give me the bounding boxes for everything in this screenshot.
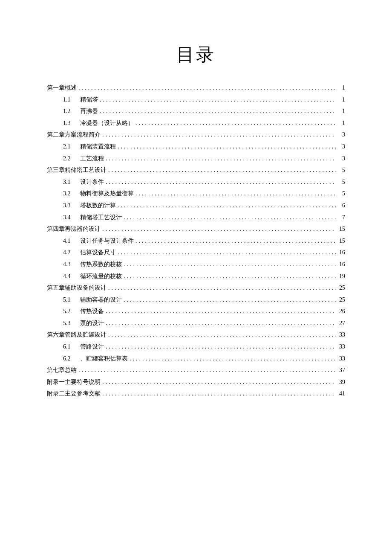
toc-entry: 5.3泵的设计27 (47, 319, 345, 328)
toc-leader-dots (100, 107, 336, 116)
toc-entry-text: 设计条件 (80, 178, 104, 186)
toc-leader-dots (118, 142, 336, 151)
toc-entry-number: 3.2 (63, 189, 75, 198)
toc-entry-text: 精储装置流程 (80, 142, 116, 151)
toc-entry-text: 管路设计 (80, 343, 104, 351)
toc-entry: 2.1精储装置流程3 (47, 142, 345, 151)
toc-leader-dots (106, 178, 336, 186)
toc-leader-dots (102, 131, 336, 139)
toc-entry-page: 5 (337, 166, 345, 174)
toc-entry-page: 16 (337, 248, 345, 257)
toc-entry-page: 19 (337, 272, 345, 281)
toc-leader-dots (78, 84, 336, 92)
toc-leader-dots (106, 319, 336, 328)
toc-entry: 第二章方案流程简介3 (47, 131, 345, 139)
page-title: 目录 (47, 43, 345, 67)
toc-entry-page: 37 (337, 366, 345, 375)
toc-entry-page: 3 (337, 142, 345, 151)
toc-leader-dots (108, 284, 336, 292)
toc-entry-text: 第五章辅助设备的设计 (47, 284, 107, 292)
toc-entry-text: 物料衡算及热量衡算 (80, 189, 134, 198)
toc-entry: 4.2估算设备尺寸16 (47, 248, 345, 257)
toc-leader-dots (135, 119, 336, 128)
toc-entry: 6.2、贮罐容积估算表33 (47, 355, 345, 363)
toc-entry-text: 附录二主要参考文献 (47, 389, 101, 398)
toc-entry-text: 第二章方案流程简介 (47, 131, 101, 139)
toc-entry-page: 15 (337, 225, 345, 233)
toc-entry: 第三章精储塔工艺设计5 (47, 166, 345, 174)
toc-entry: 第五章辅助设备的设计25 (47, 284, 345, 292)
toc-entry: 附录一主要符号说明39 (47, 378, 345, 386)
toc-entry-number: 6.2 (63, 355, 75, 363)
toc-entry-text: 估算设备尺寸 (80, 248, 116, 257)
toc-entry-text: 精储塔工艺设计 (80, 213, 122, 222)
table-of-contents: 第一章概述11.1精储塔11.2再沸器11.3冷凝器（设计从略）1第二章方案流程… (47, 84, 345, 398)
toc-entry-text: 工艺流程 (80, 154, 104, 163)
toc-entry-page: 1 (337, 84, 345, 92)
toc-entry-text: 泵的设计 (80, 319, 104, 328)
toc-entry: 6.1管路设计33 (47, 343, 345, 351)
toc-entry-text: 第四章再沸器的设计 (47, 225, 101, 233)
toc-entry: 第六章管路及贮罐设计33 (47, 331, 345, 339)
toc-entry-text: 循环流量的校核 (80, 272, 122, 281)
toc-leader-dots (118, 248, 336, 257)
toc-entry: 第七章总结37 (47, 366, 345, 375)
toc-entry-number: 3.4 (63, 213, 75, 222)
toc-entry-page: 3 (337, 131, 345, 139)
toc-leader-dots (118, 201, 336, 210)
toc-leader-dots (108, 166, 336, 174)
toc-entry-text: 精储塔 (80, 96, 98, 104)
toc-entry-page: 26 (337, 307, 345, 316)
toc-entry-page: 33 (337, 355, 345, 363)
toc-entry-page: 25 (337, 296, 345, 304)
toc-entry-text: 传热系数的校核 (80, 260, 122, 269)
toc-entry-text: 第三章精储塔工艺设计 (47, 166, 107, 174)
toc-entry: 第一章概述1 (47, 84, 345, 92)
toc-entry: 5.1辅助容器的设计25 (47, 296, 345, 304)
toc-leader-dots (102, 378, 336, 386)
toc-entry-number: 1.1 (63, 96, 75, 104)
toc-leader-dots (78, 366, 336, 375)
toc-entry-number: 6.1 (63, 343, 75, 351)
toc-leader-dots (135, 189, 336, 198)
toc-entry-text: 塔板数的计算 (80, 201, 116, 210)
toc-entry-text: 第七章总结 (47, 366, 77, 375)
toc-entry-number: 2.2 (63, 154, 75, 163)
toc-entry-page: 33 (337, 343, 345, 351)
toc-leader-dots (108, 331, 336, 339)
toc-entry-number: 5.1 (63, 296, 75, 304)
toc-entry-number: 2.1 (63, 142, 75, 151)
toc-leader-dots (124, 213, 336, 222)
toc-entry-page: 6 (337, 201, 345, 210)
toc-entry-page: 1 (337, 119, 345, 128)
toc-leader-dots (124, 296, 336, 304)
toc-leader-dots (135, 237, 336, 245)
toc-leader-dots (130, 355, 336, 363)
toc-entry-text: 辅助容器的设计 (80, 296, 122, 304)
toc-entry-number: 4.2 (63, 248, 75, 257)
toc-entry-page: 33 (337, 331, 345, 339)
toc-leader-dots (100, 96, 336, 104)
toc-leader-dots (102, 389, 336, 398)
toc-entry: 1.2再沸器1 (47, 107, 345, 116)
toc-entry-text: 第一章概述 (47, 84, 77, 92)
toc-entry: 1.3冷凝器（设计从略）1 (47, 119, 345, 128)
toc-entry: 3.2物料衡算及热量衡算5 (47, 189, 345, 198)
toc-entry-number: 3.1 (63, 178, 75, 186)
toc-entry-page: 25 (337, 284, 345, 292)
toc-entry: 4.1设计任务与设计条件15 (47, 237, 345, 245)
toc-entry-page: 16 (337, 260, 345, 269)
toc-leader-dots (106, 307, 336, 316)
toc-entry: 2.2工艺流程3 (47, 154, 345, 163)
toc-entry-page: 1 (337, 107, 345, 116)
toc-entry: 3.1设计条件5 (47, 178, 345, 186)
toc-entry-page: 41 (337, 389, 345, 398)
toc-entry-number: 4.4 (63, 272, 75, 281)
toc-entry: 1.1精储塔1 (47, 96, 345, 104)
toc-leader-dots (106, 154, 336, 163)
toc-entry-text: 传热设备 (80, 307, 104, 316)
toc-entry-page: 5 (337, 178, 345, 186)
toc-entry: 3.4精储塔工艺设计7 (47, 213, 345, 222)
toc-entry: 3.3塔板数的计算6 (47, 201, 345, 210)
toc-entry-text: 、贮罐容积估算表 (80, 355, 128, 363)
